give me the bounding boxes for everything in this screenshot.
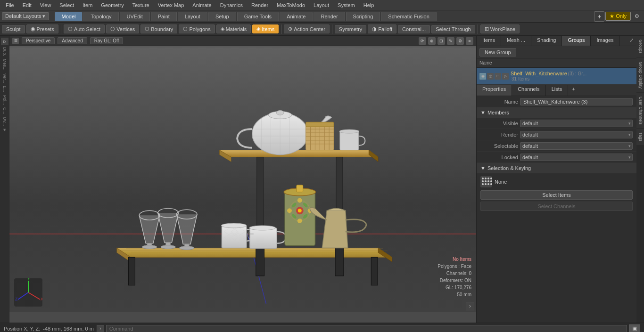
new-group-btn[interactable]: New Group <box>479 48 516 57</box>
expand-panel-btn[interactable]: ⤢ <box>627 36 636 46</box>
menu-file[interactable]: File <box>2 1 18 9</box>
polygons-btn[interactable]: ⬡ Polygons <box>179 24 215 33</box>
symmetry-btn[interactable]: Symmetry <box>335 25 367 33</box>
sk-section-header[interactable]: ▼ Selection & Keying <box>477 163 636 173</box>
vp-ctrl-1[interactable]: ⟳ <box>419 37 426 45</box>
select-channels-btn[interactable]: Select Channels <box>480 202 633 211</box>
menu-render[interactable]: Render <box>248 1 272 9</box>
item-count: 31 Items <box>511 76 634 81</box>
menu-layout[interactable]: Layout <box>310 1 333 9</box>
menu-dynamics[interactable]: Dynamics <box>216 1 247 9</box>
item-eye-icon[interactable]: ◉ <box>479 73 486 80</box>
vtab-user-channels[interactable]: User Channels <box>636 93 644 129</box>
menu-view[interactable]: View <box>36 1 55 9</box>
right-vtabs: Groups Group Display User Channels Tags <box>636 36 644 323</box>
vtab-group-display[interactable]: Group Display <box>636 58 644 92</box>
ray-gl-btn[interactable]: Ray GL: Off <box>90 37 124 44</box>
sculpt-btn[interactable]: Sculpt <box>2 25 25 33</box>
locked-select[interactable]: default <box>520 154 633 161</box>
left-tool-1[interactable]: D <box>1 38 8 45</box>
vp-ctrl-5[interactable]: ⚙ <box>456 37 464 45</box>
item-expand-icon[interactable]: ▷ <box>502 73 509 80</box>
vp-ctrl-6[interactable]: ≡ <box>466 37 473 45</box>
props-tab-add[interactable]: + <box>568 85 578 96</box>
list-item-shelf[interactable]: ◉ ◎ □ ▷ Shelf_With_Kitchenware (3) : Gr.… <box>477 68 636 85</box>
tab-render[interactable]: Render <box>314 12 345 21</box>
menu-help[interactable]: Help <box>360 1 378 9</box>
vp-ctrl-3[interactable]: ⊡ <box>438 37 445 45</box>
tab-paint[interactable]: Paint <box>151 12 177 21</box>
menu-edit[interactable]: Edit <box>19 1 35 9</box>
svg-marker-9 <box>220 150 379 157</box>
viewport-arrow-btn[interactable]: › <box>466 302 474 310</box>
command-run-btn[interactable]: ▣ <box>629 324 640 332</box>
menu-item[interactable]: Item <box>79 1 96 9</box>
tab-uvedit[interactable]: UVEdit <box>120 12 150 21</box>
menu-vertex-map[interactable]: Vertex Map <box>154 1 188 9</box>
name-prop-value[interactable] <box>520 98 633 105</box>
menu-texture[interactable]: Texture <box>129 1 153 9</box>
constraints-btn[interactable]: Constrai... <box>398 25 430 33</box>
star-only-btn[interactable]: ★ Only <box>605 12 631 21</box>
rp-tab-mesh[interactable]: Mesh ... <box>501 36 531 46</box>
vp-ctrl-2[interactable]: ⊕ <box>428 37 436 45</box>
menu-select[interactable]: Select <box>56 1 78 9</box>
name-input[interactable] <box>520 98 633 105</box>
item-lock-icon[interactable]: □ <box>495 73 501 80</box>
tab-scripting[interactable]: Scripting <box>346 12 380 21</box>
perspective-btn[interactable]: Perspective <box>22 37 55 44</box>
menu-geometry[interactable]: Geometry <box>97 1 127 9</box>
members-section[interactable]: ▼ Members <box>477 107 636 118</box>
rp-tab-images[interactable]: Images <box>591 36 619 46</box>
dot-7 <box>487 180 489 182</box>
viewport[interactable]: ☰ Perspective Advanced Ray GL: Off ⟳ ⊕ ⊡… <box>9 36 476 323</box>
tab-schematic-fusion[interactable]: Schematic Fusion <box>381 12 436 21</box>
command-input[interactable] <box>106 325 627 332</box>
boundary-label: Boundary <box>151 26 173 32</box>
viewport-canvas[interactable]: No Items Polygons : Face Channels: 0 Def… <box>9 46 476 312</box>
props-tab-properties[interactable]: Properties <box>477 85 512 96</box>
settings-icon[interactable]: ⚙ <box>632 12 642 20</box>
auto-select-btn[interactable]: ⬡ Auto Select <box>64 24 105 33</box>
materials-btn[interactable]: ◈ Materials <box>216 24 251 33</box>
tab-animate[interactable]: Animate <box>280 12 313 21</box>
menu-animate[interactable]: Animate <box>189 1 215 9</box>
tab-topology[interactable]: Topology <box>83 12 118 21</box>
rp-tab-items[interactable]: Items <box>477 36 501 46</box>
action-center-btn[interactable]: ⊕ Action Center <box>284 24 330 33</box>
menu-system[interactable]: System <box>334 1 359 9</box>
advanced-btn[interactable]: Advanced <box>58 37 87 44</box>
polygons-label: Polygons <box>189 26 210 32</box>
props-tab-channels[interactable]: Channels <box>512 85 545 96</box>
items-label: Items <box>262 26 274 32</box>
toolbar-divider-2 <box>281 24 281 34</box>
tab-setup[interactable]: Setup <box>208 12 236 21</box>
select-through-btn[interactable]: Select Through <box>431 25 475 33</box>
tab-layout[interactable]: Layout <box>178 12 207 21</box>
add-layout-btn[interactable]: + <box>594 11 604 22</box>
workplane-btn[interactable]: ⊞ WorkPlane <box>480 24 520 33</box>
tab-game-tools[interactable]: Game Tools <box>237 12 279 21</box>
viewport-menu-btn[interactable]: ☰ <box>12 38 19 44</box>
selectable-select[interactable]: default <box>520 142 633 150</box>
menu-maxtomodo[interactable]: MaxToModo <box>273 1 309 9</box>
boundary-btn[interactable]: ⬡ Boundary <box>140 24 177 33</box>
falloff-btn[interactable]: ◑ Falloff <box>368 24 396 33</box>
item-render-icon[interactable]: ◎ <box>487 73 494 80</box>
vtab-groups[interactable]: Groups <box>636 36 644 57</box>
render-select[interactable]: default <box>520 131 633 138</box>
vp-ctrl-4[interactable]: ✎ <box>447 37 454 45</box>
rp-tab-shading[interactable]: Shading <box>531 36 562 46</box>
rp-tab-groups[interactable]: Groups <box>562 36 591 46</box>
tab-model[interactable]: Model <box>55 12 83 21</box>
layout-selector[interactable]: Default Layouts ▾ <box>2 12 49 20</box>
select-items-btn[interactable]: Select Items <box>480 190 633 200</box>
presets-btn[interactable]: ◉ Presets <box>26 24 58 33</box>
sk-collapse-icon: ▼ <box>480 165 486 171</box>
vertices-btn[interactable]: ⬡ Vertices <box>106 24 139 33</box>
vtab-tags[interactable]: Tags <box>636 129 644 145</box>
props-tab-lists[interactable]: Lists <box>546 85 569 96</box>
items-btn[interactable]: ◈ Items <box>252 24 279 33</box>
visible-select[interactable]: default <box>520 120 633 127</box>
command-toggle-btn[interactable]: › <box>97 325 104 332</box>
